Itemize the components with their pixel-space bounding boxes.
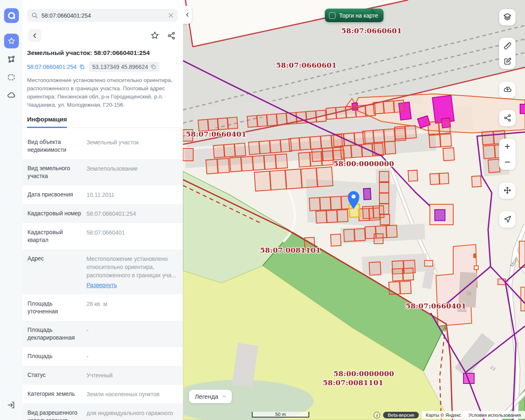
sidebar-item-select-area[interactable] <box>4 70 19 84</box>
layers-button[interactable] <box>499 9 516 25</box>
row-value: Местоположение установлено относительно … <box>87 255 178 289</box>
locate-control[interactable] <box>499 211 516 228</box>
search-icon <box>31 12 38 19</box>
measure-draw-controls <box>499 38 516 69</box>
quarter-label: 58:00:0000000 <box>333 160 394 168</box>
scale-label: 50 m <box>275 412 286 417</box>
legend-button[interactable]: Легенда <box>189 390 232 403</box>
search-bar[interactable] <box>27 9 178 22</box>
row-value: 28 кв. м <box>87 300 178 315</box>
favorite-button[interactable] <box>148 29 161 42</box>
terms-link[interactable]: Условия использования <box>468 413 521 418</box>
search-input[interactable] <box>41 12 164 19</box>
info-table: Вид объекта недвижимости Земельный участ… <box>23 133 183 420</box>
row-label: Кадастровый квартал <box>27 228 82 244</box>
quarter-label: 58:07:0660401 <box>406 302 466 310</box>
upload-control[interactable] <box>499 82 516 98</box>
table-row: Площадь уточненная 28 кв. м <box>23 294 183 321</box>
info-icon[interactable]: i <box>374 412 380 418</box>
pan-icon <box>503 186 512 195</box>
icon-rail <box>0 0 23 420</box>
table-row: Кадастровый номер 58:07:0660401:254 <box>23 204 183 223</box>
ruler-button[interactable] <box>499 38 516 53</box>
row-value: Землепользование <box>87 164 178 180</box>
table-row: Категория земель Земли населенных пункто… <box>23 385 183 404</box>
panel-toolbar <box>28 29 178 42</box>
row-label: Статус <box>27 371 82 379</box>
chevron-left-icon <box>31 32 39 39</box>
login-icon <box>7 401 16 409</box>
row-value: - <box>87 326 178 342</box>
panel-tabs: Информация <box>27 116 183 128</box>
sidebar-item-login[interactable] <box>7 401 16 411</box>
tab-information[interactable]: Информация <box>27 116 67 128</box>
sidebar-item-polygon-tool[interactable] <box>4 52 19 66</box>
map-canvas[interactable]: 58:07:0660601 58:07:0660601 58:07:066040… <box>183 0 525 420</box>
row-label: Вид разрешенного использования <box>27 409 82 420</box>
coordinates-chip[interactable]: 53.137349 45.896624 <box>89 62 160 72</box>
row-value: Земельный участок <box>87 138 178 154</box>
row-label: Вид земельного участка <box>27 164 82 180</box>
polygon-tool-icon <box>7 55 16 64</box>
share-icon <box>503 114 512 122</box>
row-value: 58:07:0660401:254 <box>87 210 178 218</box>
share-button[interactable] <box>165 29 178 42</box>
trades-label: Торги на карте <box>339 12 378 19</box>
expand-address-link[interactable]: Развернуть <box>87 281 178 289</box>
sidebar-item-favorites[interactable] <box>4 34 19 48</box>
row-value: Учтенный <box>87 371 178 379</box>
copy-icon[interactable] <box>79 64 85 70</box>
locate-button[interactable] <box>499 211 516 227</box>
upload-button[interactable] <box>499 82 516 97</box>
quarter-label: 58:07:0660601 <box>276 61 337 69</box>
table-row: Площадь декларированная - <box>23 321 183 347</box>
cadastral-number-text: 58:07:0660401:254 <box>27 64 77 70</box>
copy-icon[interactable] <box>151 64 156 70</box>
draw-button[interactable] <box>499 53 516 69</box>
layers-control[interactable] <box>499 9 516 25</box>
ruler-icon <box>503 41 512 50</box>
location-arrow-icon <box>503 215 512 224</box>
chevron-up-icon <box>221 394 227 399</box>
quarter-label: 58:07:0660601 <box>341 27 402 35</box>
scale-bar: 50 m <box>252 412 309 418</box>
zoom-controls: + − <box>499 139 516 170</box>
back-button[interactable] <box>28 29 41 42</box>
beta-badge: Beta-версия <box>383 412 419 418</box>
row-label: Вид объекта недвижимости <box>27 138 82 154</box>
table-row: Вид земельного участка Землепользование <box>23 159 183 185</box>
chevron-left-icon <box>185 12 190 18</box>
zoom-out-button[interactable]: − <box>499 154 516 170</box>
coordinates-text: 53.137349 45.896624 <box>92 64 148 70</box>
map-area[interactable]: 58:07:0660601 58:07:0660601 58:07:066040… <box>183 0 525 420</box>
share-map-control[interactable] <box>499 110 516 126</box>
quarter-label: 58:07:0081101 <box>260 246 321 254</box>
zoom-in-button[interactable]: + <box>499 139 516 154</box>
edit-icon <box>503 57 512 66</box>
sidebar-item-cloud[interactable] <box>4 88 19 103</box>
table-row: Вид разрешенного использования для индив… <box>23 404 183 420</box>
clear-search-icon[interactable] <box>168 12 174 18</box>
row-value: для индивидуального гаражного строительс… <box>87 409 178 420</box>
app-logo[interactable] <box>4 8 19 23</box>
cloud-icon <box>7 91 16 100</box>
pan-control[interactable] <box>499 183 516 199</box>
row-label: Площадь уточненная <box>27 300 82 315</box>
app-root: Земельный участок: 58:07:0660401:254 58:… <box>0 0 525 420</box>
share-map-button[interactable] <box>499 110 516 126</box>
row-label: Категория земель <box>27 390 82 398</box>
legend-label: Легенда <box>195 393 218 400</box>
pan-button[interactable] <box>499 183 516 198</box>
star-icon <box>7 37 16 45</box>
select-area-icon <box>7 73 16 82</box>
collapse-panel-button[interactable] <box>183 6 192 24</box>
checkbox-icon[interactable] <box>329 12 336 19</box>
table-row: Вид объекта недвижимости Земельный участ… <box>23 133 183 159</box>
row-label: Адрес <box>27 255 82 289</box>
map-copyright: Карты © Яндекс <box>426 413 461 418</box>
object-description: Местоположение установлено относительно … <box>27 76 178 109</box>
cadastral-number-link[interactable]: 58:07:0660401:254 <box>27 64 85 70</box>
trades-on-map-toggle[interactable]: Торги на карте <box>325 9 383 22</box>
row-value: 10.11.2011 <box>87 191 178 199</box>
cloud-upload-icon <box>503 85 512 94</box>
